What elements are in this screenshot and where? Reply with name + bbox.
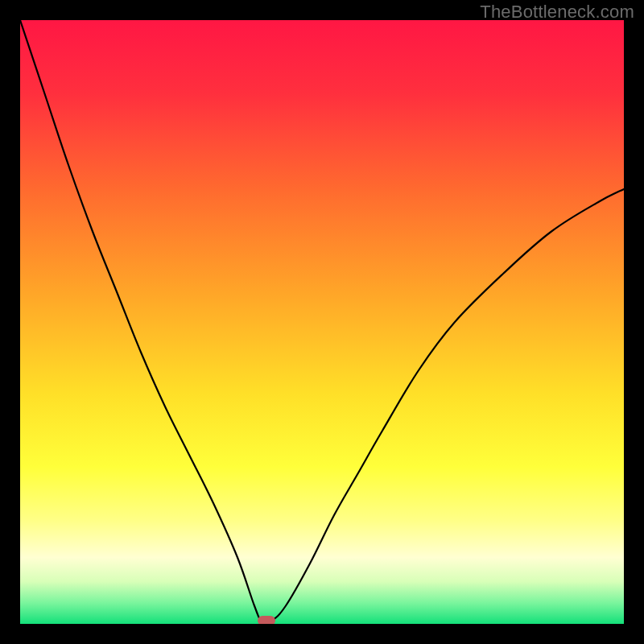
plot-area: [20, 20, 624, 624]
optimal-point-marker: [258, 616, 275, 624]
bottleneck-curve: [20, 20, 624, 624]
chart-frame: TheBottleneck.com: [0, 0, 644, 644]
